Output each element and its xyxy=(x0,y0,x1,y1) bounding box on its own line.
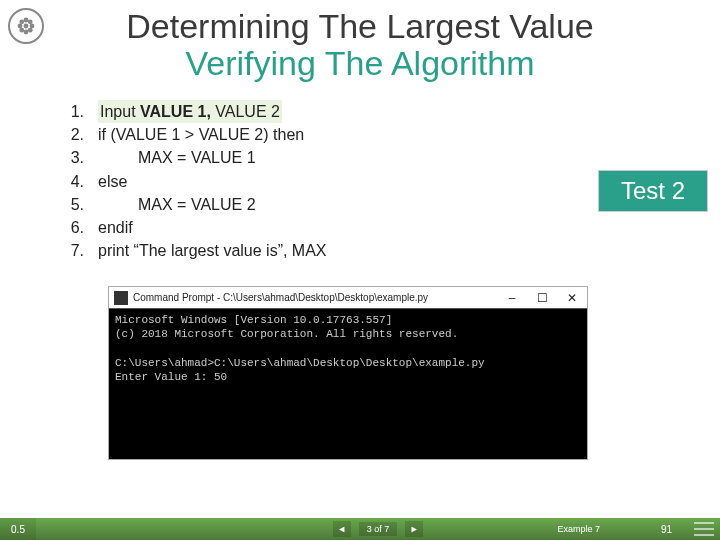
line-text: if (VALUE 1 > VALUE 2) then xyxy=(98,123,304,146)
line-number: 1. xyxy=(58,100,84,123)
logo-icon xyxy=(24,24,29,29)
brand-logo xyxy=(8,8,44,44)
algo-line: 7. print “The largest value is”, MAX xyxy=(58,239,700,262)
algo-line: 3. MAX = VALUE 1 xyxy=(58,146,700,169)
terminal-window: Command Prompt - C:\Users\ahmad\Desktop\… xyxy=(108,286,588,460)
cmd-icon xyxy=(114,291,128,305)
next-button[interactable]: ► xyxy=(405,521,423,537)
line-text: endif xyxy=(98,216,133,239)
line-number: 6. xyxy=(58,216,84,239)
line-text: Input VALUE 1, VALUE 2 xyxy=(98,100,282,123)
menu-icon[interactable] xyxy=(694,522,714,536)
prev-button[interactable]: ◄ xyxy=(333,521,351,537)
line-number: 4. xyxy=(58,170,84,193)
test-badge-label: Test 2 xyxy=(621,177,685,204)
footer-nav: ◄ 3 of 7 ► xyxy=(36,521,720,537)
slide-title: Determining The Largest Value Verifying … xyxy=(0,0,720,83)
title-line-2: Verifying The Algorithm xyxy=(0,45,720,82)
line-number: 5. xyxy=(58,193,84,216)
footer-left-value: 0.5 xyxy=(0,518,36,540)
terminal-title: Command Prompt - C:\Users\ahmad\Desktop\… xyxy=(133,292,497,303)
page-number: 91 xyxy=(661,524,672,535)
window-controls: – ☐ ✕ xyxy=(497,288,587,308)
footer-bar: 0.5 ◄ 3 of 7 ► Example 7 91 xyxy=(0,518,720,540)
line-number: 7. xyxy=(58,239,84,262)
algo-line: 6. endif xyxy=(58,216,700,239)
title-line-1: Determining The Largest Value xyxy=(0,8,720,45)
algo-line: 1. Input VALUE 1, VALUE 2 xyxy=(58,100,700,123)
minimize-button[interactable]: – xyxy=(497,288,527,308)
step-indicator: 3 of 7 xyxy=(359,522,398,536)
algo-line: 2. if (VALUE 1 > VALUE 2) then xyxy=(58,123,700,146)
terminal-output: Microsoft Windows [Version 10.0.17763.55… xyxy=(109,309,587,459)
maximize-button[interactable]: ☐ xyxy=(527,288,557,308)
line-text: MAX = VALUE 2 xyxy=(98,193,256,216)
test-badge: Test 2 xyxy=(598,170,708,212)
line-text: MAX = VALUE 1 xyxy=(98,146,256,169)
line-text: print “The largest value is”, MAX xyxy=(98,239,327,262)
line-number: 3. xyxy=(58,146,84,169)
line-number: 2. xyxy=(58,123,84,146)
terminal-titlebar: Command Prompt - C:\Users\ahmad\Desktop\… xyxy=(109,287,587,309)
close-button[interactable]: ✕ xyxy=(557,288,587,308)
line-text: else xyxy=(98,170,127,193)
example-label: Example 7 xyxy=(557,524,600,534)
